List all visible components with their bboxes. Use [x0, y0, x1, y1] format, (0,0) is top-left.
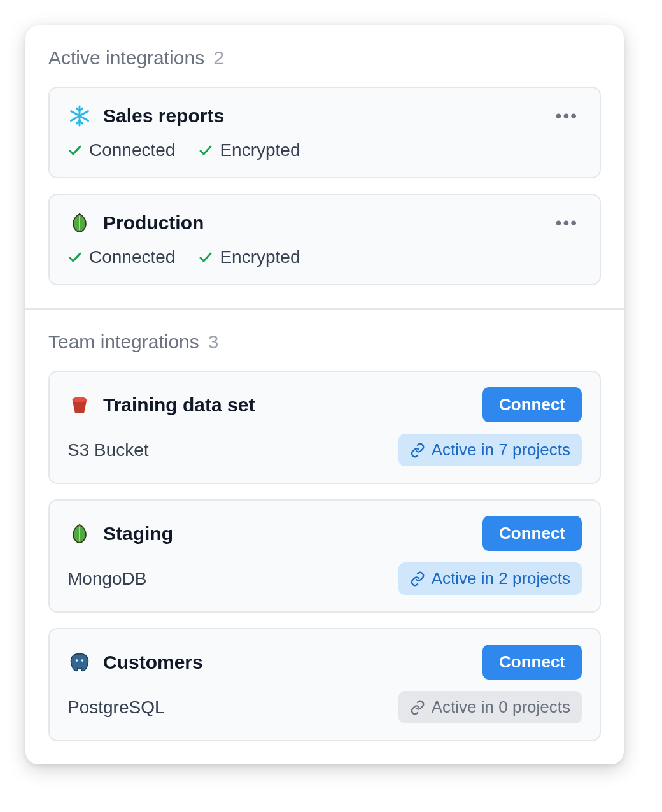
check-icon: [198, 143, 213, 158]
check-icon: [198, 250, 213, 265]
active-projects-badge[interactable]: Active in 2 projects: [398, 562, 582, 595]
more-button[interactable]: •••: [552, 210, 582, 236]
svg-point-3: [73, 397, 87, 402]
mongodb-icon: [67, 211, 92, 235]
team-integrations-section: Team integrations 3 Training data set Co…: [25, 308, 624, 764]
connect-button[interactable]: Connect: [482, 516, 582, 551]
status-connected: Connected: [67, 247, 175, 267]
s3-bucket-icon: [67, 393, 92, 417]
integration-subtype: PostgreSQL: [67, 697, 165, 718]
section-header: Team integrations 3: [48, 331, 601, 353]
section-title: Active integrations: [48, 47, 204, 69]
integration-card: Customers Connect PostgreSQL Active in 0…: [48, 628, 601, 741]
section-count: 3: [208, 331, 219, 353]
integrations-panel: Active integrations 2 Sales reports •••: [25, 25, 624, 764]
status-connected: Connected: [67, 140, 175, 160]
section-count: 2: [213, 47, 224, 69]
integration-card: Sales reports ••• Connected Encrypted: [48, 87, 601, 178]
integration-title: Sales reports: [103, 105, 540, 127]
active-projects-badge: Active in 0 projects: [398, 691, 582, 723]
badge-text: Active in 0 projects: [432, 697, 570, 717]
integration-card: Production ••• Connected Encrypted: [48, 194, 601, 285]
integration-title: Staging: [103, 523, 471, 545]
snowflake-icon: [67, 104, 92, 128]
status-label: Connected: [89, 247, 175, 267]
more-button[interactable]: •••: [552, 103, 582, 129]
link-icon: [410, 571, 425, 587]
badge-text: Active in 7 projects: [432, 440, 570, 460]
integration-subtype: MongoDB: [67, 569, 147, 589]
active-integrations-section: Active integrations 2 Sales reports •••: [25, 25, 624, 308]
svg-point-5: [81, 659, 84, 662]
link-icon: [410, 700, 425, 715]
active-projects-badge[interactable]: Active in 7 projects: [398, 434, 582, 466]
svg-point-4: [76, 659, 78, 662]
integration-title: Training data set: [103, 394, 471, 416]
integration-title: Customers: [103, 652, 471, 673]
status-label: Encrypted: [220, 247, 300, 267]
integration-card: Training data set Connect S3 Bucket Acti…: [48, 371, 601, 484]
status-encrypted: Encrypted: [198, 140, 300, 160]
check-icon: [67, 250, 83, 265]
section-title: Team integrations: [48, 331, 199, 353]
postgresql-icon: [67, 650, 92, 674]
status-encrypted: Encrypted: [198, 247, 300, 267]
section-header: Active integrations 2: [48, 47, 601, 69]
connect-button[interactable]: Connect: [482, 387, 582, 422]
badge-text: Active in 2 projects: [432, 569, 570, 588]
status-label: Encrypted: [220, 140, 300, 160]
mongodb-icon: [67, 522, 92, 546]
check-icon: [67, 143, 83, 158]
integration-title: Production: [103, 212, 540, 234]
integration-subtype: S3 Bucket: [67, 440, 149, 460]
integration-card: Staging Connect MongoDB Active in 2 proj…: [48, 499, 601, 613]
status-label: Connected: [89, 140, 175, 160]
link-icon: [410, 443, 425, 458]
connect-button[interactable]: Connect: [482, 645, 582, 680]
